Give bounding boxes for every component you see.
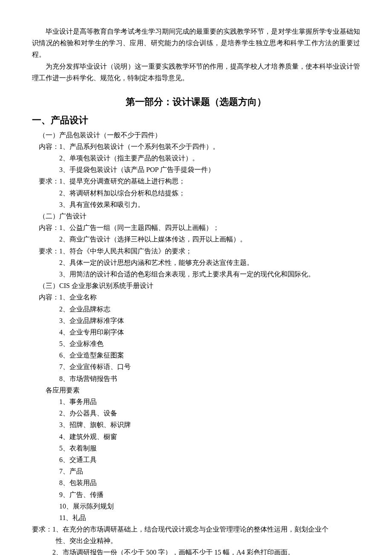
body-line: （三）CIS 企业形象识别系统手册设计 xyxy=(32,280,360,291)
body-line: 2、市场调研报告一份（不少于 500 字），画幅不少于 15 幅，A4 彩色打印… xyxy=(32,546,360,555)
intro-block: 毕业设计是高等教育自学考试考生学习期间完成的最重要的实践教学环节，是对学生掌握所… xyxy=(32,26,360,84)
body-line: 2、将调研材料加以综合分析和总结提炼； xyxy=(32,187,360,199)
body-line: 10、展示陈列规划 xyxy=(32,500,360,512)
body-line: 8、市场营销报告书 xyxy=(32,373,360,384)
body-line: 5、衣着制服 xyxy=(32,442,360,454)
section-heading: 第一部分：设计课题（选题方向） xyxy=(32,94,360,110)
body-line: （二）广告设计 xyxy=(32,210,360,222)
body-line: （一）产品包装设计（一般不少于四件） xyxy=(32,129,360,141)
body-line: 2、具体一定的设计思想内涵和艺术性，能够充分表达宣传主题。 xyxy=(32,257,360,268)
body-line: 11、礼品 xyxy=(32,512,360,523)
body-line: 3、企业品牌标准字体 xyxy=(32,315,360,326)
body-line: 5、企业标准色 xyxy=(32,338,360,349)
body-line: 4、建筑外观、橱窗 xyxy=(32,431,360,442)
body-line: 内容：1、企业名称 xyxy=(32,291,360,303)
body-line: 性、突出企业精神。 xyxy=(32,535,360,546)
body-line: 8、包装用品 xyxy=(32,477,360,488)
body-line: 9、广告、传播 xyxy=(32,489,360,500)
body-line: 1、事务用品 xyxy=(32,396,360,407)
body-line: 3、具有宣传效果和吸引力。 xyxy=(32,199,360,210)
body-line: 内容：1、产品系列包装设计（一个系列包装不少于四件）。 xyxy=(32,141,360,152)
body-line: 内容：1、公益广告一组（同一主题四幅、四开以上画幅）； xyxy=(32,222,360,233)
body-line: 2、单项包装设计（指主要产品的包装设计）。 xyxy=(32,152,360,164)
intro-paragraph-1: 毕业设计是高等教育自学考试考生学习期间完成的最重要的实践教学环节，是对学生掌握所… xyxy=(32,26,360,61)
subheading: 一、产品设计 xyxy=(32,112,360,128)
body-line: 2、办公器具、设备 xyxy=(32,407,360,419)
body-line: 7、企业宣传标语、口号 xyxy=(32,361,360,372)
body-line: 要求：1、符合《中华人民共和国广告法》的要求； xyxy=(32,245,360,257)
body-line: 各应用要素 xyxy=(32,384,360,396)
body-line: 6、企业造型象征图案 xyxy=(32,349,360,361)
intro-paragraph-2: 为充分发挥毕业设计（说明）这一重要实践教学环节的作用，提高学校人才培养质量，使本… xyxy=(32,61,360,84)
body-line: 要求：1、在充分的市场调研基础上，结合现代设计观念与企业管理理论的整体性运用，刻… xyxy=(32,523,360,535)
body-line: 2、商业广告设计（选择三种以上媒体传达，四开以上画幅）。 xyxy=(32,233,360,245)
body-line: 3、手提袋包装设计（该产品 POP 广告手提袋一件） xyxy=(32,164,360,175)
body-line: 6、交通工具 xyxy=(32,454,360,465)
body-line: 7、产品 xyxy=(32,465,360,477)
body-line: 3、用简洁的设计和合适的色彩组合来表现，形式上要求具有一定的现代化和国际化。 xyxy=(32,268,360,280)
body-line: 要求：1、提早充分调查研究的基础上进行构思； xyxy=(32,175,360,187)
body-line: 2、企业品牌标志 xyxy=(32,303,360,315)
body-line: 4、企业专用印刷字体 xyxy=(32,326,360,338)
body-lines: （一）产品包装设计（一般不少于四件）内容：1、产品系列包装设计（一个系列包装不少… xyxy=(32,129,360,555)
body-line: 3、招牌、旗帜、标识牌 xyxy=(32,419,360,430)
